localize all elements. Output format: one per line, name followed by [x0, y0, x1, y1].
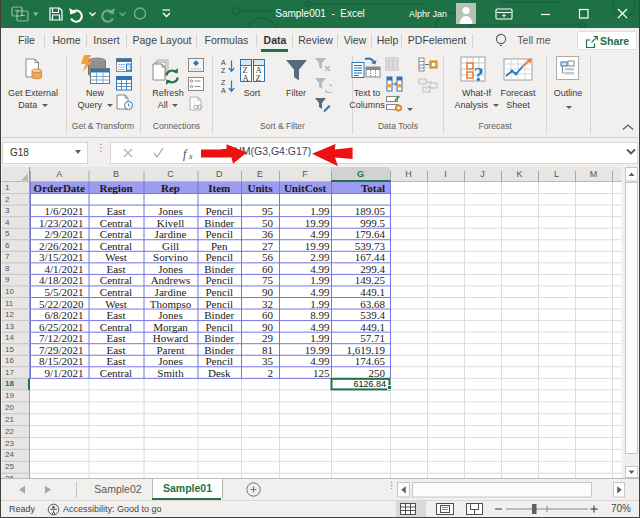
svg-text:A: A: [221, 87, 226, 94]
svg-text:Z: Z: [221, 79, 226, 86]
svg-text:x: x: [188, 152, 193, 161]
svg-text:A: A: [221, 59, 226, 66]
svg-text:?: ?: [474, 64, 484, 85]
svg-text:f: f: [183, 147, 188, 161]
svg-text:A: A: [243, 73, 250, 83]
svg-text:Z: Z: [256, 73, 261, 83]
svg-text:Z: Z: [221, 67, 226, 74]
